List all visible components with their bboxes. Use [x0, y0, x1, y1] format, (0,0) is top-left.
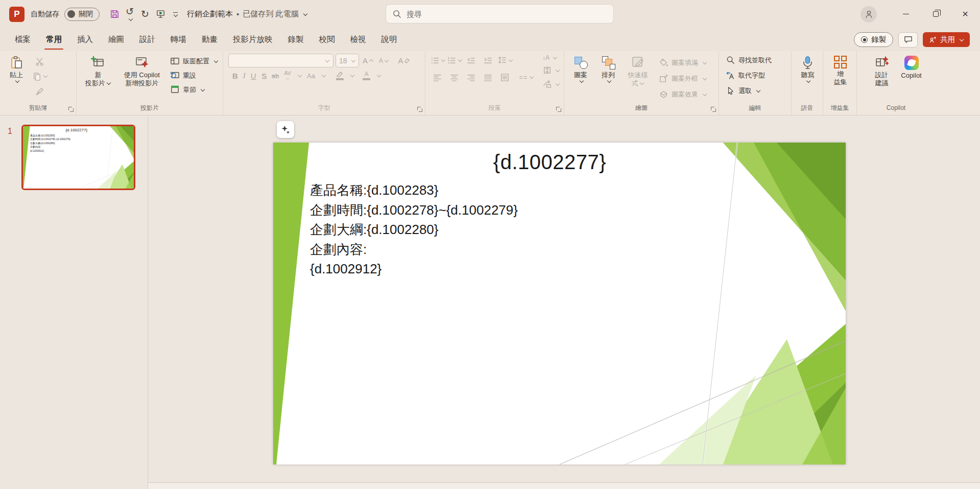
- tab-review[interactable]: 校閱: [312, 28, 343, 51]
- grow-font-button[interactable]: A: [361, 54, 375, 67]
- addins-button[interactable]: 增 益集: [827, 54, 854, 87]
- shape-effects-button[interactable]: 圖案效果: [656, 88, 709, 101]
- align-text-button[interactable]: [542, 65, 560, 75]
- bold-button[interactable]: B: [232, 72, 238, 80]
- copy-button[interactable]: [33, 69, 46, 83]
- tab-slideshow[interactable]: 投影片放映: [225, 28, 280, 51]
- quick-styles-button[interactable]: 快速樣 式: [623, 54, 653, 88]
- minimize-button[interactable]: [891, 0, 921, 28]
- tab-file[interactable]: 檔案: [7, 28, 38, 51]
- underline-button[interactable]: U: [251, 72, 256, 80]
- text-direction-button[interactable]: ↓A: [542, 54, 560, 61]
- copilot-button[interactable]: Copilot: [898, 54, 925, 81]
- quick-access-overflow-button[interactable]: [173, 12, 178, 16]
- dictate-button[interactable]: 聽寫: [795, 54, 821, 84]
- tab-animations[interactable]: 動畫: [194, 28, 225, 51]
- align-right-button[interactable]: [464, 71, 478, 84]
- tab-transitions[interactable]: 轉場: [163, 28, 194, 51]
- tab-help[interactable]: 說明: [374, 28, 405, 51]
- autosave-toggle[interactable]: 關閉: [64, 8, 100, 21]
- record-button[interactable]: 錄製: [854, 32, 893, 47]
- redo-icon: ↻: [141, 9, 149, 19]
- designer-button[interactable]: 設計 建議: [869, 54, 895, 88]
- shape-outline-button[interactable]: 圖案外框: [656, 72, 709, 85]
- strikethrough-button[interactable]: ab: [272, 73, 279, 79]
- cut-button[interactable]: [33, 55, 46, 68]
- paste-button[interactable]: 貼上: [3, 54, 30, 84]
- addins-group-label: 增益集: [831, 104, 849, 111]
- start-slideshow-button[interactable]: [153, 7, 168, 22]
- clipboard-dialog-launcher[interactable]: [68, 107, 74, 112]
- clear-formatting-button[interactable]: A: [397, 54, 411, 67]
- designer-suggestion-button[interactable]: [277, 121, 294, 138]
- new-slide-button[interactable]: 新 投影片: [80, 54, 116, 88]
- justify-button[interactable]: [481, 71, 495, 84]
- shrink-font-button[interactable]: A: [377, 54, 391, 67]
- slide-thumbnail[interactable]: {d.1002277} 產品名稱:{d.1002283} 企劃時間:{d.100…: [21, 125, 135, 190]
- shapes-button[interactable]: 圖案: [567, 54, 594, 84]
- columns-button[interactable]: [519, 71, 533, 84]
- font-size-combobox[interactable]: 18: [336, 54, 359, 67]
- bullets-button[interactable]: [431, 54, 444, 67]
- replace-fonts-button[interactable]: 取代字型: [723, 69, 768, 82]
- tab-draw[interactable]: 繪圖: [101, 28, 132, 51]
- powerpoint-app-icon[interactable]: P: [9, 7, 25, 22]
- new-slide-label-2: 投影片: [85, 79, 105, 87]
- comments-button[interactable]: [898, 32, 918, 48]
- reset-button[interactable]: 重設: [168, 69, 221, 82]
- change-case-button[interactable]: Aa: [307, 73, 315, 79]
- tab-insert[interactable]: 插入: [69, 28, 101, 51]
- font-dialog-launcher[interactable]: [417, 107, 422, 112]
- undo-button[interactable]: ↺: [122, 7, 137, 22]
- layout-button[interactable]: 版面配置: [168, 55, 221, 67]
- font-color-button[interactable]: A: [363, 71, 370, 80]
- tab-view[interactable]: 檢視: [343, 28, 374, 51]
- copilot-slide-icon: [135, 56, 149, 69]
- share-button[interactable]: 共用: [923, 32, 970, 47]
- restore-button[interactable]: [921, 0, 950, 28]
- shape-fill-button[interactable]: 圖案填滿: [656, 56, 709, 69]
- find-replace-button[interactable]: 尋找並取代: [723, 54, 774, 66]
- align-left-button[interactable]: [431, 71, 444, 84]
- highlight-color-button[interactable]: [336, 71, 344, 80]
- font-name-combobox[interactable]: [228, 54, 333, 67]
- slide-body-text[interactable]: 產品名稱:{d.1002283} 企劃時間:{d.1002278}~{d.100…: [310, 180, 518, 279]
- slide-editor[interactable]: {d.1002277} 產品名稱:{d.1002283} 企劃時間:{d.100…: [273, 143, 846, 464]
- character-spacing-button[interactable]: AV ↔: [284, 71, 291, 81]
- search-box[interactable]: [386, 4, 614, 24]
- increase-indent-button[interactable]: [481, 54, 495, 67]
- line-spacing-button[interactable]: [498, 54, 512, 67]
- account-avatar[interactable]: [861, 6, 877, 22]
- slide-thumbnail-panel[interactable]: 1: [0, 115, 148, 489]
- slide-canvas[interactable]: {d.1002277} 產品名稱:{d.1002283} 企劃時間:{d.100…: [148, 115, 980, 489]
- align-center-button[interactable]: [447, 71, 461, 84]
- tab-design[interactable]: 設計: [132, 28, 163, 51]
- font-color-icon: A: [364, 71, 368, 77]
- paragraph-dialog-launcher[interactable]: [556, 107, 561, 112]
- distribute-text-button[interactable]: [498, 71, 512, 84]
- group-clipboard: 貼上: [0, 51, 77, 115]
- reset-icon: [170, 71, 180, 80]
- format-painter-button[interactable]: [33, 84, 46, 98]
- numbering-button[interactable]: [447, 54, 461, 67]
- chevron-down-icon: [106, 81, 110, 85]
- notes-splitter[interactable]: [148, 482, 980, 489]
- redo-button[interactable]: ↻: [137, 7, 153, 22]
- text-shadow-button[interactable]: S: [261, 72, 267, 80]
- close-button[interactable]: ×: [950, 0, 980, 28]
- arrange-button[interactable]: 排列: [595, 54, 622, 84]
- save-button[interactable]: [107, 7, 122, 22]
- select-button[interactable]: 選取: [723, 84, 763, 97]
- tab-home[interactable]: 常用: [38, 28, 69, 51]
- document-title[interactable]: 行銷企劃範本 • 已儲存到 此電腦: [187, 9, 307, 19]
- section-button[interactable]: 章節: [168, 83, 221, 96]
- slide-title-text[interactable]: {d.1002277}: [294, 151, 806, 174]
- copilot-new-slide-button[interactable]: 使用 Copilot 新增投影片: [118, 54, 165, 88]
- tab-record[interactable]: 錄製: [280, 28, 312, 51]
- slide-body-line: 企劃大綱:{d.1002280}: [310, 220, 518, 240]
- convert-smartart-button[interactable]: [542, 79, 560, 89]
- search-input[interactable]: [407, 10, 607, 18]
- decrease-indent-button[interactable]: [464, 54, 478, 67]
- drawing-dialog-launcher[interactable]: [711, 107, 716, 112]
- italic-button[interactable]: I: [243, 72, 246, 80]
